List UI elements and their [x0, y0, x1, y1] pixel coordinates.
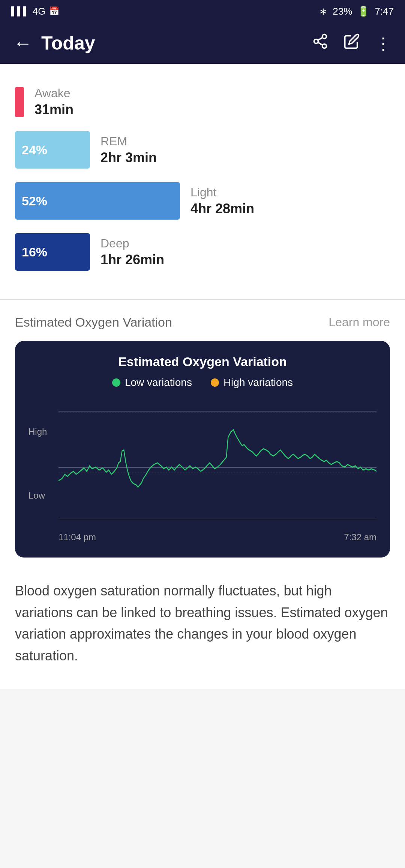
edit-button[interactable]: [344, 33, 360, 53]
legend-low: Low variations: [112, 377, 192, 389]
chart-x-labels: 11:04 pm 7:32 am: [58, 532, 376, 542]
battery-label: 23%: [333, 6, 352, 17]
deep-duration: 1hr 26min: [100, 252, 164, 268]
back-button[interactable]: ←: [14, 32, 32, 54]
svg-point-1: [314, 39, 318, 44]
calendar-icon: 📅: [49, 6, 59, 16]
app-bar: ← Today ⋮: [0, 23, 405, 64]
chart-card: Estimated Oxygen Variation Low variation…: [15, 341, 390, 558]
svg-line-4: [318, 38, 323, 40]
chart-area: High Low 11:04 p: [28, 400, 376, 542]
rem-duration: 2hr 3min: [100, 150, 157, 166]
light-info: Light 4hr 28min: [190, 185, 254, 217]
rem-info: REM 2hr 3min: [100, 134, 157, 166]
awake-row: Awake 31min: [15, 86, 390, 118]
bluetooth-icon: ∗: [319, 6, 327, 17]
oxygen-section-title: Estimated Oxygen Variation: [15, 315, 172, 330]
page-title: Today: [41, 32, 312, 54]
legend-dot-orange: [211, 378, 219, 387]
legend-high-label: High variations: [224, 377, 293, 389]
more-button[interactable]: ⋮: [375, 34, 392, 53]
signal-label: 4G: [33, 6, 46, 17]
light-percent: 52%: [22, 194, 47, 208]
sleep-stages: Awake 31min 24% REM 2hr 3min 52% Light 4…: [15, 79, 390, 292]
legend-high: High variations: [211, 377, 293, 389]
deep-label: Deep: [100, 237, 164, 250]
deep-info: Deep 1hr 26min: [100, 237, 164, 268]
chart-svg: [58, 400, 376, 527]
status-right: ∗ 23% 🔋 7:47: [319, 6, 394, 17]
awake-label: Awake: [34, 86, 74, 100]
light-label: Light: [190, 185, 254, 199]
y-label-low: Low: [28, 490, 58, 501]
deep-percent: 16%: [22, 245, 47, 259]
share-button[interactable]: [312, 33, 328, 53]
learn-more-button[interactable]: Learn more: [328, 315, 390, 329]
svg-line-3: [318, 42, 323, 45]
chart-title: Estimated Oxygen Variation: [28, 354, 376, 369]
chart-y-labels: High Low: [28, 400, 58, 542]
rem-row: 24% REM 2hr 3min: [15, 131, 390, 169]
rem-bar: 24%: [15, 131, 90, 169]
time-label: 7:47: [375, 6, 394, 17]
light-bar: 52%: [15, 182, 180, 220]
battery-icon: 🔋: [357, 6, 369, 17]
x-label-start: 11:04 pm: [58, 532, 96, 542]
status-bar: ▌▌▌ 4G 📅 ∗ 23% 🔋 7:47: [0, 0, 405, 23]
status-left: ▌▌▌ 4G 📅: [11, 6, 59, 17]
light-duration: 4hr 28min: [190, 201, 254, 217]
chart-legend: Low variations High variations: [28, 377, 376, 389]
y-label-high: High: [28, 426, 58, 437]
awake-bar: [15, 87, 24, 117]
main-content: Awake 31min 24% REM 2hr 3min 52% Light 4…: [0, 64, 405, 689]
app-bar-icons: ⋮: [312, 33, 392, 53]
awake-info: Awake 31min: [34, 86, 74, 118]
oxygen-section-header: Estimated Oxygen Variation Learn more: [15, 315, 390, 330]
awake-duration: 31min: [34, 102, 74, 118]
deep-bar: 16%: [15, 233, 90, 271]
description-text: Blood oxygen saturation normally fluctua…: [15, 573, 390, 689]
svg-point-0: [322, 35, 327, 39]
divider: [0, 299, 405, 300]
legend-dot-green: [112, 378, 120, 387]
deep-row: 16% Deep 1hr 26min: [15, 233, 390, 271]
rem-label: REM: [100, 134, 157, 148]
x-label-end: 7:32 am: [344, 532, 376, 542]
rem-percent: 24%: [22, 143, 47, 157]
light-row: 52% Light 4hr 28min: [15, 182, 390, 220]
legend-low-label: Low variations: [125, 377, 192, 389]
svg-point-2: [322, 44, 327, 48]
signal-icon: ▌▌▌: [11, 6, 29, 16]
